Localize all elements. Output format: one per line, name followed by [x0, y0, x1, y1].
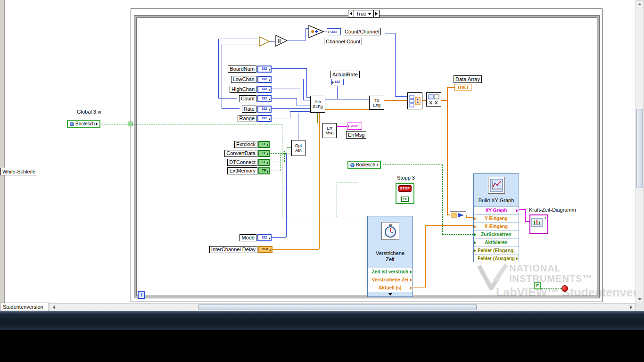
- wire-segment[interactable]: [385, 33, 395, 33]
- wire-segment[interactable]: [305, 28, 306, 41]
- express-output-row[interactable]: Zeit ist verstrich: [368, 268, 413, 276]
- wire-segment[interactable]: [525, 209, 526, 222]
- wire-segment[interactable]: [272, 79, 303, 79]
- sgl-array-indicator[interactable]: SGL: [454, 84, 471, 91]
- control-label[interactable]: Count: [239, 95, 256, 102]
- control-label[interactable]: Rate: [242, 106, 256, 113]
- data-array-label[interactable]: Data Array: [454, 75, 482, 83]
- wire-segment[interactable]: [272, 98, 297, 99]
- control-label[interactable]: Mode: [239, 234, 256, 241]
- xy-graph-indicator-terminal[interactable]: 1: [529, 214, 548, 234]
- i32-terminal[interactable]: I32: [257, 106, 272, 113]
- control-row[interactable]: DTConnect TF: [179, 158, 270, 166]
- control-label[interactable]: Range: [238, 115, 256, 122]
- wire-segment[interactable]: [303, 79, 304, 100]
- express-input-row[interactable]: Fehler (Eingang,: [474, 247, 519, 255]
- scroll-down-button[interactable]: [636, 296, 644, 303]
- i32-terminal[interactable]: I32: [257, 86, 272, 93]
- wire-segment[interactable]: [441, 100, 447, 101]
- wire-segment[interactable]: [132, 124, 282, 124]
- wire-segment[interactable]: [306, 68, 307, 97]
- wire-segment[interactable]: [222, 44, 259, 44]
- control-label[interactable]: ConvertData: [224, 150, 257, 157]
- case-selector[interactable]: True: [348, 10, 380, 17]
- tf-terminal[interactable]: TF: [258, 141, 270, 148]
- wire-segment[interactable]: [280, 155, 281, 171]
- global-boolean-terminal[interactable]: Boolesch: [67, 120, 100, 128]
- control-row[interactable]: LowChan I32: [179, 75, 272, 83]
- express-output-row[interactable]: Aktuell (s): [368, 284, 413, 292]
- express-input-row[interactable]: Zurücksetzen: [474, 230, 519, 239]
- control-label[interactable]: LowChan: [231, 76, 256, 83]
- express-output-row[interactable]: XY-Graph: [474, 206, 519, 214]
- convert-to-dynamic-icon[interactable]: [450, 211, 466, 219]
- loop-condition-terminal[interactable]: [561, 285, 568, 292]
- boolean-tunnel[interactable]: [128, 122, 132, 126]
- wire-segment[interactable]: [290, 111, 310, 112]
- wire-segment[interactable]: [337, 126, 347, 127]
- build-xy-graph-express-vi[interactable]: Build XY Graph XY-Graph Y-Eingang X-Eing…: [473, 173, 519, 262]
- case-prev-button[interactable]: [348, 10, 354, 17]
- wire-segment[interactable]: [270, 41, 275, 42]
- control-row[interactable]: Rate I32: [179, 105, 272, 113]
- compare-node[interactable]: [259, 36, 270, 47]
- wire-segment[interactable]: [325, 99, 369, 99]
- stop-button-terminal[interactable]: STOP TF: [396, 183, 414, 204]
- tf-terminal[interactable]: TF: [258, 159, 270, 166]
- wire-segment[interactable]: [271, 162, 284, 162]
- expand-arrow-icon[interactable]: [388, 293, 392, 296]
- wire-segment[interactable]: [384, 100, 407, 101]
- increment-node[interactable]: [308, 25, 324, 38]
- vertical-scrollbar[interactable]: [636, 0, 644, 303]
- control-row[interactable]: BoardNum I32: [179, 65, 272, 73]
- wire-segment[interactable]: [272, 118, 290, 118]
- control-label[interactable]: Extclock: [234, 141, 257, 148]
- scroll-right-button[interactable]: [627, 304, 635, 311]
- u32-terminal[interactable]: U32: [327, 28, 341, 35]
- wire-segment[interactable]: [272, 249, 319, 250]
- wire-segment[interactable]: [280, 155, 291, 155]
- wire-segment[interactable]: [284, 151, 291, 151]
- stop-label[interactable]: Stopp 3: [397, 175, 415, 181]
- express-input-row[interactable]: Aktivieren: [474, 239, 519, 247]
- opt-ain-node[interactable]: OptAIn: [291, 140, 305, 156]
- wire-segment[interactable]: [395, 96, 407, 97]
- global-vi-title[interactable]: Global 3.vi: [77, 109, 101, 115]
- wire-segment[interactable]: [447, 100, 448, 215]
- elapsed-time-express-vi[interactable]: Verstrichene Zeit Zeit ist verstrich Ver…: [367, 216, 413, 297]
- ain-scfg-node[interactable]: AInScFg: [310, 96, 325, 113]
- err-msg-label[interactable]: ErrMsg: [346, 131, 366, 139]
- global-boolean-terminal[interactable]: Boolesch: [347, 161, 381, 169]
- false-constant[interactable]: F: [534, 282, 541, 289]
- wire-segment[interactable]: [383, 165, 442, 165]
- control-row[interactable]: ConvertData TF: [179, 149, 270, 157]
- tf-terminal[interactable]: TF: [258, 150, 270, 157]
- wire-segment[interactable]: [290, 111, 290, 118]
- xy-graph-indicator-label[interactable]: Kraft-Zeit-Diagramm: [529, 207, 576, 213]
- scroll-up-button[interactable]: [636, 0, 644, 8]
- i32-indicator[interactable]: I32: [331, 79, 344, 85]
- i32-terminal[interactable]: I32: [257, 66, 272, 73]
- control-row[interactable]: ExtMemory TF: [179, 167, 270, 174]
- i32-terminal[interactable]: I32: [257, 95, 272, 102]
- iteration-terminal[interactable]: i: [138, 291, 145, 299]
- express-input-row[interactable]: X-Eingang: [474, 222, 519, 230]
- wire-segment[interactable]: [282, 124, 282, 217]
- horizontal-scrollbar[interactable]: [49, 303, 636, 311]
- wire-segment[interactable]: [271, 171, 280, 171]
- i32-terminal[interactable]: I32: [257, 76, 272, 83]
- case-dropdown-icon[interactable]: [368, 13, 372, 15]
- control-row[interactable]: InterChannel Delay DBL: [170, 246, 272, 253]
- wire-segment[interactable]: [306, 97, 310, 98]
- control-row[interactable]: Count I32: [179, 95, 272, 102]
- wire-segment[interactable]: [297, 98, 297, 106]
- dbl-terminal[interactable]: DBL: [258, 246, 272, 253]
- wire-segment[interactable]: [288, 41, 305, 41]
- control-row[interactable]: HighChan I32: [179, 85, 272, 93]
- vertical-scroll-thumb[interactable]: [636, 109, 643, 188]
- control-label[interactable]: ExtMemory: [227, 167, 257, 174]
- wire-segment[interactable]: [300, 89, 300, 103]
- err-msg-node[interactable]: ErrMsg: [322, 123, 337, 138]
- control-row[interactable]: Range I32: [179, 115, 272, 122]
- wire-segment[interactable]: [442, 165, 443, 234]
